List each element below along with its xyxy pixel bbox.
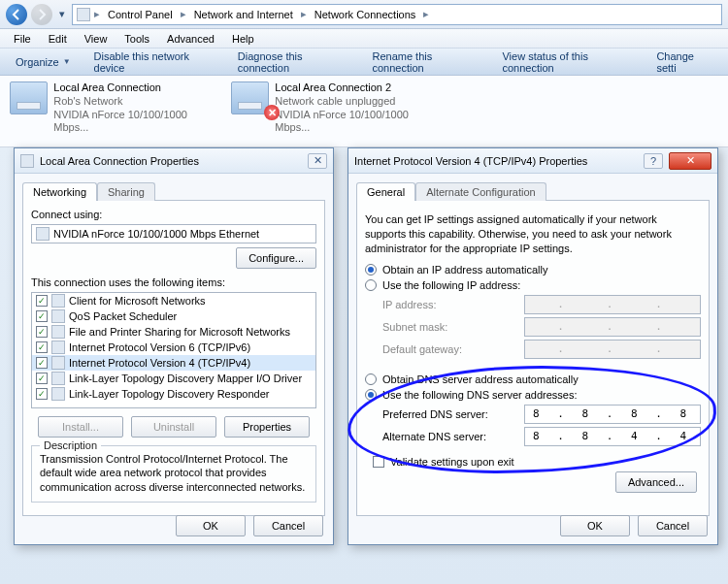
list-item[interactable]: ✓QoS Packet Scheduler	[32, 308, 315, 324]
chevron-right-icon: ▸	[181, 8, 186, 20]
cancel-button[interactable]: Cancel	[638, 515, 708, 536]
connection-item[interactable]: Local Area Connection Rob's Network NVID…	[10, 81, 214, 135]
organize-menu[interactable]: Organize▼	[10, 54, 77, 70]
nav-history-dropdown[interactable]: ▾	[56, 4, 68, 25]
list-item-label: Link-Layer Topology Discovery Mapper I/O…	[69, 373, 302, 384]
radio-dns-auto[interactable]: Obtain DNS server address automatically	[365, 373, 701, 385]
properties-button[interactable]: Properties	[224, 416, 310, 438]
disable-device-button[interactable]: Disable this network device	[88, 49, 220, 76]
network-icon	[20, 154, 34, 168]
checkbox-icon[interactable]: ✓	[36, 310, 48, 322]
subnet-label: Subnet mask:	[382, 321, 518, 333]
checkbox-icon[interactable]: ✓	[36, 357, 48, 369]
diagnose-button[interactable]: Diagnose this connection	[232, 49, 355, 76]
toolbar: Organize▼ Disable this network device Di…	[0, 49, 728, 76]
tab-sharing[interactable]: Sharing	[97, 182, 155, 201]
menu-tools[interactable]: Tools	[116, 31, 157, 47]
list-item[interactable]: ✓Client for Microsoft Networks	[32, 293, 315, 308]
nav-back-button[interactable]	[6, 4, 27, 25]
list-item-label: Internet Protocol Version 4 (TCP/IPv4)	[69, 357, 250, 369]
checkbox-icon[interactable]: ✓	[36, 326, 48, 338]
gateway-label: Default gateway:	[382, 343, 518, 355]
breadcrumb[interactable]: Network and Internet	[190, 9, 297, 20]
tab-networking[interactable]: Networking	[22, 182, 97, 201]
radio-ip-manual[interactable]: Use the following IP address:	[365, 279, 701, 291]
view-status-button[interactable]: View status of this connection	[496, 49, 639, 76]
ip-address-input: . . .	[524, 295, 701, 314]
change-settings-button[interactable]: Change setti	[650, 49, 718, 76]
configure-button[interactable]: Configure...	[236, 247, 316, 269]
connections-list: Local Area Connection Rob's Network NVID…	[0, 76, 728, 147]
lan-properties-dialog: Local Area Connection Properties ✕ Netwo…	[14, 147, 334, 545]
tab-alternate-config[interactable]: Alternate Configuration	[415, 182, 546, 201]
checkbox-icon[interactable]: ✓	[36, 341, 48, 353]
tab-general[interactable]: General	[356, 182, 415, 201]
unplugged-icon: ✕	[264, 105, 280, 120]
subnet-input: . . .	[524, 317, 701, 337]
list-item-label: QoS Packet Scheduler	[69, 310, 177, 322]
alternate-dns-label: Alternate DNS server:	[382, 431, 518, 442]
adapter-icon	[36, 227, 50, 241]
checkbox-icon[interactable]: ✓	[36, 295, 48, 307]
rename-button[interactable]: Rename this connection	[366, 49, 484, 76]
network-adapter-icon	[10, 81, 48, 114]
checkbox-icon[interactable]: ✓	[36, 388, 48, 400]
connection-adapter: NVIDIA nForce 10/100/1000 Mbps...	[53, 109, 214, 136]
uninstall-button[interactable]: Uninstall	[131, 416, 216, 438]
adapter-name: NVIDIA nForce 10/100/1000 Mbps Ethernet	[53, 228, 259, 240]
address-bar[interactable]: ▸ Control Panel ▸ Network and Internet ▸…	[72, 4, 722, 25]
connection-adapter: NVIDIA nForce 10/100/1000 Mbps...	[275, 109, 435, 136]
breadcrumb[interactable]: Control Panel	[104, 9, 177, 20]
dialog-title: Internet Protocol Version 4 (TCP/IPv4) P…	[354, 155, 587, 167]
radio-label: Obtain an IP address automatically	[382, 264, 547, 276]
gateway-input: . . .	[524, 340, 701, 359]
protocol-list[interactable]: ✓Client for Microsoft Networks ✓QoS Pack…	[31, 292, 316, 408]
connection-status: Network cable unplugged	[275, 95, 435, 109]
menu-edit[interactable]: Edit	[41, 31, 75, 47]
description-title: Description	[40, 439, 101, 451]
network-icon	[77, 8, 90, 21]
radio-dns-manual[interactable]: Use the following DNS server addresses:	[365, 389, 701, 401]
preferred-dns-input[interactable]: 8 . 8 . 8 . 8	[524, 405, 701, 424]
ok-button[interactable]: OK	[560, 515, 630, 536]
help-button[interactable]: ?	[644, 153, 663, 169]
connection-name: Local Area Connection	[53, 81, 214, 95]
preferred-dns-label: Preferred DNS server:	[382, 408, 518, 420]
list-item[interactable]: ✓Link-Layer Topology Discovery Responder	[32, 386, 315, 402]
chevron-right-icon: ▸	[423, 8, 429, 20]
cancel-button[interactable]: Cancel	[253, 515, 323, 536]
radio-label: Use the following DNS server addresses:	[382, 389, 578, 401]
chevron-right-icon: ▸	[94, 8, 100, 20]
menu-help[interactable]: Help	[224, 31, 262, 47]
install-button[interactable]: Install...	[38, 416, 123, 438]
list-item[interactable]: ✓Link-Layer Topology Discovery Mapper I/…	[32, 371, 315, 386]
list-item[interactable]: ✓File and Printer Sharing for Microsoft …	[32, 324, 315, 340]
checkbox-icon[interactable]: ✓	[36, 373, 48, 384]
lltd-icon	[51, 387, 65, 401]
alternate-dns-input[interactable]: 8 . 8 . 4 . 4	[524, 427, 701, 446]
share-icon	[51, 325, 65, 339]
list-item[interactable]: ✓Internet Protocol Version 6 (TCP/IPv6)	[32, 340, 315, 355]
connection-name: Local Area Connection 2	[275, 81, 435, 95]
adapter-field: NVIDIA nForce 10/100/1000 Mbps Ethernet	[31, 224, 316, 243]
ip-address-label: IP address:	[382, 299, 518, 310]
validate-label: Validate settings upon exit	[390, 456, 514, 468]
close-button[interactable]: ✕	[669, 152, 711, 170]
validate-checkbox-row[interactable]: ✓ Validate settings upon exit	[373, 456, 701, 468]
advanced-button[interactable]: Advanced...	[615, 471, 697, 493]
menu-view[interactable]: View	[77, 31, 116, 47]
radio-ip-auto[interactable]: Obtain an IP address automatically	[365, 264, 701, 276]
close-button[interactable]: ✕	[308, 153, 327, 169]
connection-item[interactable]: Local Area Connection 2 Network cable un…	[231, 81, 435, 135]
breadcrumb[interactable]: Network Connections	[311, 9, 420, 20]
ok-button[interactable]: OK	[176, 515, 246, 536]
chevron-down-icon: ▼	[63, 57, 71, 66]
list-item-label: Link-Layer Topology Discovery Responder	[69, 388, 269, 400]
checkbox-icon[interactable]: ✓	[373, 456, 384, 468]
menu-advanced[interactable]: Advanced	[159, 31, 222, 47]
list-item[interactable]: ✓Internet Protocol Version 4 (TCP/IPv4)	[32, 355, 315, 371]
menu-file[interactable]: File	[6, 31, 39, 47]
nav-forward-button	[31, 4, 52, 25]
intro-text: You can get IP settings assigned automat…	[365, 212, 701, 256]
list-item-label: Internet Protocol Version 6 (TCP/IPv6)	[69, 341, 250, 353]
